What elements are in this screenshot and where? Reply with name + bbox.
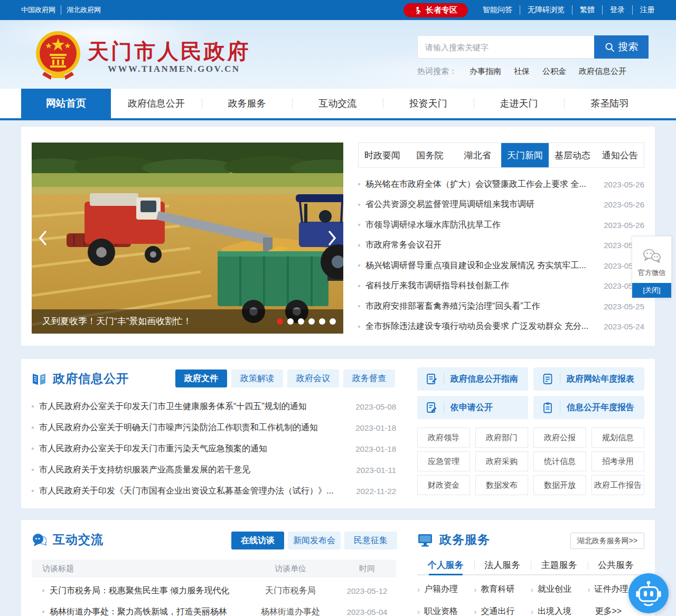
link-traditional[interactable]: 繁體 [580, 5, 603, 15]
news-item[interactable]: 杨兴铭调研督导重点项目建设和企业发展情况 夯实筑牢工...2023-05-25 [358, 256, 644, 275]
grid-link-open-data[interactable]: 数据开放 [533, 475, 586, 495]
services-tab-theme[interactable]: 主题服务 [531, 556, 588, 574]
document-title[interactable]: 市人民政府关于印发《天门市国有企业出资设立私募基金管理办法（试行）》... [39, 486, 350, 497]
link-hubei-gov[interactable]: 湖北政府网 [61, 5, 106, 15]
document-item[interactable]: 市人民政府办公室关于明确天门市噪声污染防治工作职责和工作机制的通知2023-01… [32, 418, 396, 437]
hotword-link[interactable]: 政府信息公开 [579, 67, 626, 77]
services-tab-personal[interactable]: 个人服务 [417, 556, 474, 574]
info-tab-gov-meetings[interactable]: 政府会议 [287, 369, 339, 387]
interaction-tab-opinion-collection[interactable]: 民意征集 [344, 532, 397, 549]
document-item[interactable]: 市人民政府办公室关于印发天门市重污染天气应急预案的通知2023-01-18 [32, 439, 396, 458]
grid-link-gov-gazette[interactable]: 政府公报 [533, 428, 586, 448]
news-title[interactable]: 杨兴铭调研督导重点项目建设和企业发展情况 夯实筑牢工... [365, 260, 597, 271]
grid-link-gov-leaders[interactable]: 政府领导 [417, 428, 470, 448]
grid-link-fiscal-funds[interactable]: 财政资金 [417, 475, 470, 495]
news-title[interactable]: 市政府安排部署畜禽养殖污染治理“回头看”工作 [365, 301, 597, 312]
document-title[interactable]: 市人民政府办公室关于印发天门市卫生健康服务体系“十四五”规划的通知 [39, 401, 349, 412]
carousel-next-button[interactable] [325, 227, 339, 249]
document-item[interactable]: 市人民政府关于印发《天门市国有企业出资设立私募基金管理办法（试行）》...202… [32, 481, 396, 500]
news-title[interactable]: 杨兴铭在市政府全体（扩大）会议暨廉政工作会上要求 全... [365, 179, 597, 190]
button-disclosure-guide[interactable]: 政府信息公开指南 [417, 367, 528, 391]
news-tab-shizheng[interactable]: 时政要闻 [359, 143, 406, 167]
news-item[interactable]: 市政府安排部署畜禽养殖污染治理“回头看”工作2023-05-25 [358, 297, 644, 316]
interaction-tab-online-interview[interactable]: 在线访谈 [231, 532, 284, 549]
hotword-link[interactable]: 社保 [514, 67, 530, 77]
table-row[interactable]: 杨林街道办事处：聚力高铁新城，打造美丽杨林 杨林街道办事处 2023-05-04 [32, 602, 396, 616]
news-title[interactable]: 省公共资源交易监督管理局调研组来我市调研 [365, 199, 597, 210]
news-tab-hubei[interactable]: 湖北省 [454, 143, 501, 167]
news-title[interactable]: 市政府常务会议召开 [365, 240, 597, 251]
grid-link-emergency[interactable]: 应急管理 [417, 451, 470, 471]
elder-zone-button[interactable]: 长者专区 [403, 3, 468, 17]
interview-title[interactable]: 天门市税务局：税惠聚焦民生事 倾力服务现代化 [50, 585, 229, 596]
grid-link-gov-departments[interactable]: 政府部门 [475, 428, 528, 448]
document-title[interactable]: 市人民政府办公室关于印发天门市重污染天气应急预案的通知 [39, 443, 349, 454]
service-link-exit-entry[interactable]: ›出境入境 [531, 603, 588, 616]
document-item[interactable]: 市人民政府关于支持纺织服装产业高质量发展的若干意见2023-01-11 [32, 460, 396, 479]
info-tab-gov-documents[interactable]: 政府文件 [175, 369, 227, 387]
chatbot-button[interactable] [628, 573, 669, 613]
interaction-tab-press-conference[interactable]: 新闻发布会 [288, 532, 341, 549]
grid-link-planning-info[interactable]: 规划信息 [592, 428, 644, 448]
news-item[interactable]: 省公共资源交易监督管理局调研组来我市调研2023-05-26 [358, 195, 644, 214]
grid-link-recruitment[interactable]: 招考录用 [592, 451, 644, 471]
services-tab-public[interactable]: 公共服务 [588, 556, 645, 574]
carousel-dot[interactable] [308, 318, 315, 325]
carousel-dot[interactable] [287, 318, 294, 325]
button-annual-report-form[interactable]: 政府网站年度报表 [533, 367, 644, 391]
document-item[interactable]: 市人民政府办公室关于印发天门市卫生健康服务体系“十四五”规划的通知2023-05… [32, 397, 396, 416]
news-title[interactable]: 省科技厅来我市调研指导科技创新工作 [365, 280, 597, 291]
news-tab-tianmen-active[interactable]: 天门新闻 [501, 143, 549, 167]
nav-item-tea-sage[interactable]: 茶圣陆羽 [564, 89, 655, 118]
table-row[interactable]: 天门市税务局：税惠聚焦民生事 倾力服务现代化 天门市税务局 2023-05-12 [32, 581, 396, 601]
search-input[interactable] [417, 35, 594, 59]
info-tab-supervision[interactable]: 政务督查 [343, 369, 395, 387]
service-link-vocational[interactable]: ›职业资格 [417, 603, 474, 616]
service-link-transport[interactable]: ›交通出行 [474, 603, 531, 616]
news-tab-guowuyuan[interactable]: 国务院 [406, 143, 454, 167]
carousel-dot[interactable] [319, 318, 325, 325]
button-disclosure-by-request[interactable]: 依申请公开 [417, 396, 528, 419]
hotword-link[interactable]: 公积金 [542, 67, 566, 77]
grid-link-data-release[interactable]: 数据发布 [475, 475, 528, 495]
nav-item-home[interactable]: 网站首页 [21, 89, 111, 118]
news-item[interactable]: 市领导调研绿水堰水库防汛抗旱工作2023-05-26 [358, 215, 644, 234]
carousel-dot[interactable] [330, 318, 336, 325]
grid-link-procurement[interactable]: 政府采购 [475, 451, 528, 471]
carousel-dot[interactable] [298, 318, 304, 325]
news-title[interactable]: 全市拆除违法建设专项行动动员会要求 广泛发动群众 充分... [365, 321, 597, 332]
document-title[interactable]: 市人民政府办公室关于明确天门市噪声污染防治工作职责和工作机制的通知 [39, 422, 349, 433]
link-china-gov[interactable]: 中国政府网 [21, 5, 61, 15]
interview-title[interactable]: 杨林街道办事处：聚力高铁新城，打造美丽杨林 [50, 606, 227, 616]
services-tab-legal-person[interactable]: 法人服务 [474, 556, 531, 574]
news-tab-jiceng[interactable]: 基层动态 [549, 143, 596, 167]
news-item[interactable]: 全市拆除违法建设专项行动动员会要求 广泛发动群众 充分...2023-05-24 [358, 317, 644, 336]
news-item[interactable]: 市政府常务会议召开2023-05-26 [358, 236, 644, 255]
wechat-close-button[interactable]: [关闭] [632, 283, 671, 298]
search-button[interactable]: 搜索 [594, 35, 649, 59]
grid-link-work-report[interactable]: 政府工作报告 [592, 475, 644, 495]
link-smart-qa[interactable]: 智能问答 [483, 5, 520, 15]
service-link-education[interactable]: ›教育科研 [474, 581, 531, 598]
nav-item-info-disclosure[interactable]: 政府信息公开 [111, 89, 202, 118]
link-accessibility[interactable]: 无障碍浏览 [528, 5, 572, 15]
link-login[interactable]: 登录 [610, 5, 633, 15]
hotword-link[interactable]: 办事指南 [470, 67, 501, 77]
link-register[interactable]: 注册 [640, 5, 655, 15]
grid-link-statistics[interactable]: 统计信息 [533, 451, 586, 471]
news-title[interactable]: 市领导调研绿水堰水库防汛抗旱工作 [365, 220, 597, 231]
carousel[interactable]: 又到夏收季！天门“丰”景如画收割忙！ [32, 143, 343, 334]
document-title[interactable]: 市人民政府关于支持纺织服装产业高质量发展的若干意见 [39, 465, 350, 476]
nav-item-about[interactable]: 走进天门 [474, 89, 565, 118]
nav-item-interaction[interactable]: 互动交流 [292, 89, 383, 118]
button-disclosure-annual-report[interactable]: 信息公开年度报告 [533, 396, 644, 419]
service-link-household[interactable]: ›户籍办理 [417, 581, 474, 598]
news-item[interactable]: 杨兴铭在市政府全体（扩大）会议暨廉政工作会上要求 全...2023-05-26 [358, 175, 644, 194]
nav-item-invest[interactable]: 投资天门 [383, 89, 474, 118]
carousel-prev-button[interactable] [36, 227, 50, 249]
service-link-employment[interactable]: ›就业创业 [531, 581, 588, 598]
nav-item-services[interactable]: 政务服务 [202, 89, 293, 118]
news-tab-tongzhi[interactable]: 通知公告 [596, 143, 644, 167]
carousel-dot[interactable] [277, 318, 283, 325]
hubei-service-portal-button[interactable]: 湖北政务服务网>> [570, 533, 644, 549]
